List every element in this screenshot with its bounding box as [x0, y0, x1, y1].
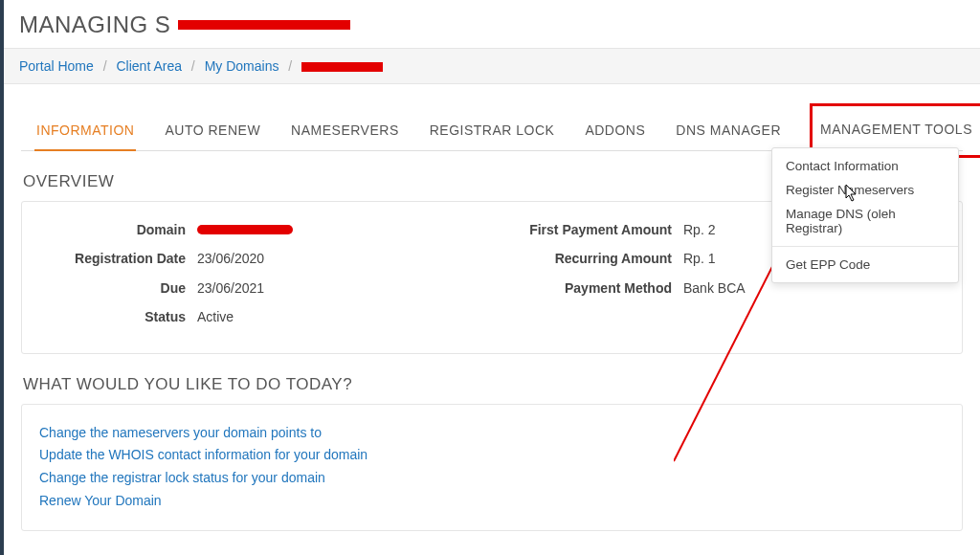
breadcrumb-separator: / [191, 58, 195, 74]
due-value: 23/06/2021 [197, 278, 264, 299]
recurring-amount-label: Recurring Amount [492, 248, 683, 269]
action-change-registrar-lock[interactable]: Change the registrar lock status for you… [39, 467, 945, 490]
dropdown-item-manage-dns[interactable]: Manage DNS (oleh Registrar) [772, 202, 958, 240]
action-change-nameservers[interactable]: Change the nameservers your domain point… [39, 422, 945, 445]
redaction-mark [197, 225, 293, 234]
dropdown-item-contact-information[interactable]: Contact Information [772, 154, 958, 178]
dropdown-divider [772, 246, 958, 247]
first-payment-label: First Payment Amount [492, 219, 683, 240]
breadcrumb-separator: / [103, 58, 107, 74]
action-renew-domain[interactable]: Renew Your Domain [39, 490, 945, 513]
tab-information[interactable]: INFORMATION [34, 113, 136, 151]
actions-heading: WHAT WOULD YOU LIKE TO DO TODAY? [23, 375, 963, 394]
redaction-mark [301, 62, 383, 72]
management-tools-dropdown: Contact Information Register Nameservers… [771, 147, 959, 283]
action-update-whois[interactable]: Update the WHOIS contact information for… [39, 444, 945, 467]
dropdown-item-register-nameservers[interactable]: Register Nameservers [772, 178, 958, 202]
tab-management-tools-label: MANAGEMENT TOOLS [820, 122, 972, 137]
tab-auto-renew[interactable]: AUTO RENEW [163, 113, 262, 150]
breadcrumb: Portal Home / Client Area / My Domains / [4, 48, 980, 84]
breadcrumb-separator: / [288, 58, 292, 74]
registration-date-value: 23/06/2020 [197, 248, 264, 269]
redaction-mark [178, 20, 350, 30]
page-title-text: MANAGING S [19, 11, 170, 37]
breadcrumb-portal-home[interactable]: Portal Home [19, 58, 94, 74]
page-title: MANAGING S [4, 0, 980, 48]
due-label: Due [39, 278, 197, 299]
tab-bar: INFORMATION AUTO RENEW NAMESERVERS REGIS… [21, 113, 963, 151]
dropdown-item-get-epp-code[interactable]: Get EPP Code [772, 253, 958, 277]
actions-panel: Change the nameservers your domain point… [21, 404, 963, 531]
tab-addons[interactable]: ADDONS [583, 113, 647, 150]
recurring-amount-value: Rp. 1 [683, 248, 715, 269]
payment-method-value: Bank BCA [683, 278, 746, 299]
domain-value [197, 219, 293, 240]
registration-date-label: Registration Date [39, 248, 197, 269]
domain-label: Domain [39, 219, 197, 240]
payment-method-label: Payment Method [492, 278, 683, 299]
tab-dns-manager[interactable]: DNS MANAGER [674, 113, 783, 150]
tab-nameservers[interactable]: NAMESERVERS [289, 113, 401, 150]
first-payment-value: Rp. 2 [683, 219, 715, 240]
status-label: Status [39, 306, 197, 327]
tab-registrar-lock[interactable]: REGISTRAR LOCK [428, 113, 557, 150]
breadcrumb-my-domains[interactable]: My Domains [205, 58, 279, 74]
breadcrumb-client-area[interactable]: Client Area [116, 58, 181, 74]
status-value: Active [197, 306, 234, 327]
